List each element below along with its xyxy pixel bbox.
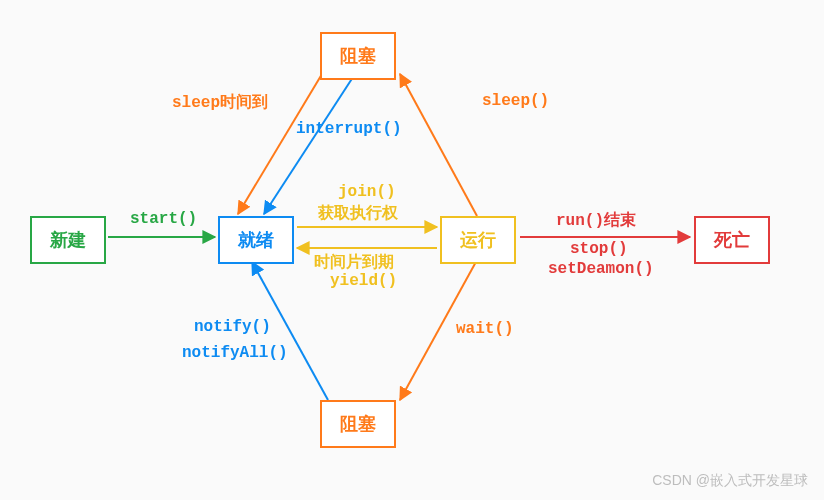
node-ready: 就绪 bbox=[218, 216, 294, 264]
thread-state-diagram: 新建 就绪 运行 阻塞 阻塞 死亡 start() sleep时间到 inter… bbox=[0, 0, 824, 500]
edge-blocked-ready-notify bbox=[252, 262, 328, 400]
node-blocked-top-label: 阻塞 bbox=[340, 47, 376, 67]
edge-run-blocked-sleep bbox=[400, 74, 477, 216]
node-blocked-bottom: 阻塞 bbox=[320, 400, 396, 448]
node-ready-label: 就绪 bbox=[238, 231, 274, 251]
node-dead: 死亡 bbox=[694, 216, 770, 264]
node-blocked-bottom-label: 阻塞 bbox=[340, 415, 376, 435]
node-running-label: 运行 bbox=[460, 231, 496, 251]
node-dead-label: 死亡 bbox=[714, 231, 750, 251]
node-blocked-top: 阻塞 bbox=[320, 32, 396, 80]
node-new: 新建 bbox=[30, 216, 106, 264]
node-running: 运行 bbox=[440, 216, 516, 264]
edge-run-blocked-wait bbox=[400, 260, 477, 400]
watermark: CSDN @嵌入式开发星球 bbox=[652, 472, 808, 490]
node-new-label: 新建 bbox=[50, 231, 86, 251]
